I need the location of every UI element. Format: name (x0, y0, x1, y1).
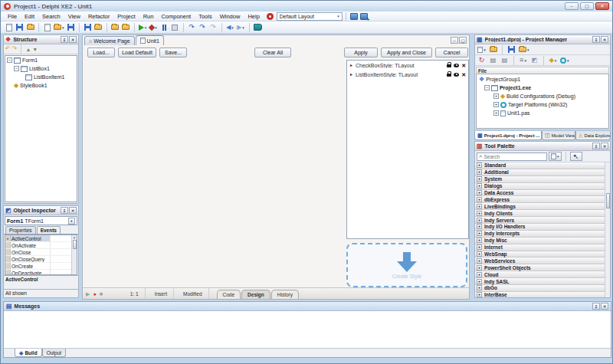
menu-help[interactable]: Help (244, 12, 263, 21)
palette-category[interactable]: +Cloud (475, 271, 610, 278)
new-project-button[interactable]: ▾ (477, 44, 487, 55)
palette-category[interactable]: +Standard (475, 162, 610, 169)
menu-view[interactable]: View (64, 12, 84, 21)
style-item[interactable]: ► ListBoxItemStyle: TLayout ✕ (347, 70, 468, 79)
palette-category[interactable]: +Data Access (475, 190, 610, 197)
palette-category[interactable]: +dbGo (475, 285, 610, 292)
apply-and-close-button[interactable]: Apply and Close (381, 48, 432, 57)
pointer-tool-button[interactable]: ↖ (570, 152, 582, 161)
play-icon[interactable]: ▶ (86, 291, 90, 297)
list-style-button[interactable]: ≡▾ (518, 55, 528, 66)
palette-category[interactable]: +Internet (475, 244, 610, 251)
expand-icon[interactable]: + (493, 102, 499, 107)
tab-data-explorer[interactable]: ◬ Data Explorer (575, 131, 611, 140)
close-icon[interactable]: ✕ (69, 36, 77, 43)
save-button[interactable]: Save... (159, 48, 187, 57)
undo-icon[interactable]: ↶ (5, 46, 11, 52)
paste-button[interactable] (4, 22, 14, 33)
program-reset-button[interactable] (170, 22, 180, 33)
pause-button[interactable] (159, 22, 169, 33)
scroll-up-icon[interactable]: ▲ (73, 235, 76, 239)
palette-category[interactable]: +dbExpress (475, 196, 610, 203)
menu-file[interactable]: File (4, 12, 21, 21)
menu-component[interactable]: Component (157, 12, 195, 21)
navigate-back-button[interactable]: ◀▾ (225, 22, 235, 33)
create-style-dropzone[interactable]: Create Style (346, 243, 467, 287)
menu-run[interactable]: Run (139, 12, 158, 21)
expand-icon[interactable]: + (477, 244, 482, 250)
file-column-header[interactable]: File (476, 67, 609, 74)
collapse-icon[interactable]: − (14, 66, 19, 71)
expand-icon[interactable]: + (477, 162, 482, 168)
palette-category[interactable]: +PowerShell Objects (475, 264, 610, 271)
close-icon[interactable]: ✕ (601, 36, 608, 43)
pin-icon[interactable]: ↧ (592, 143, 600, 149)
palette-category[interactable]: +InterBase (475, 292, 610, 297)
visibility-icon[interactable] (454, 73, 459, 77)
save-layout-as-button[interactable] (359, 11, 369, 21)
menu-refactor[interactable]: Refactor (84, 12, 113, 21)
minimize-button[interactable]: – (565, 2, 579, 10)
property-row[interactable]: OnActivate (5, 242, 77, 249)
sort-by-type-button[interactable]: ▤ (500, 55, 510, 66)
step-over-button[interactable]: ↷ (198, 22, 208, 33)
palette-options-button[interactable]: ▾ (549, 152, 562, 161)
visibility-icon[interactable] (454, 64, 459, 67)
add-to-project-button[interactable] (121, 22, 131, 33)
expand-icon[interactable]: + (477, 211, 482, 216)
load-button[interactable]: Load... (87, 48, 115, 57)
collapse-icon[interactable]: − (484, 85, 490, 90)
palette-search-box[interactable]: ⌕ (477, 152, 547, 161)
add-file-button[interactable] (506, 44, 516, 55)
platform-button[interactable]: ▾ (559, 55, 570, 66)
save-file-button[interactable] (66, 22, 76, 33)
tab-code[interactable]: Code (217, 290, 241, 299)
menu-project[interactable]: Project (113, 12, 139, 21)
expand-icon[interactable]: + (477, 190, 482, 195)
expand-icon[interactable]: + (477, 204, 482, 209)
lock-icon[interactable] (447, 64, 451, 67)
pin-icon[interactable]: ↧ (592, 303, 600, 310)
run-without-debug-button[interactable]: ▾ (149, 22, 159, 33)
run-until-return-button[interactable]: ↷ (208, 22, 218, 33)
run-button[interactable]: ▾ (138, 22, 148, 33)
trace-into-button[interactable]: ↷ (187, 22, 197, 33)
expand-icon[interactable]: + (477, 238, 482, 243)
palette-category[interactable]: +Indy Misc (475, 238, 610, 244)
apply-button[interactable]: Apply (344, 48, 378, 57)
open-project-button[interactable] (488, 44, 498, 55)
remove-style-icon[interactable]: ✕ (461, 72, 466, 77)
expand-icon[interactable]: + (477, 265, 482, 271)
move-up-icon[interactable]: ▲ (25, 47, 31, 52)
tab-build[interactable]: ◈ Build (15, 349, 42, 357)
tab-history[interactable]: History (271, 290, 299, 299)
expand-icon[interactable]: ▢ (459, 37, 467, 44)
expand-icon[interactable]: + (477, 183, 482, 189)
expand-icon[interactable]: + (477, 251, 482, 257)
expand-icon[interactable]: + (477, 285, 482, 290)
collapse-icon[interactable]: – (451, 37, 458, 44)
new-items-button[interactable] (42, 22, 52, 33)
help-button[interactable] (253, 22, 263, 33)
open-project-button[interactable] (110, 22, 120, 33)
menu-window[interactable]: Window (216, 12, 244, 21)
expand-icon[interactable]: + (477, 272, 482, 277)
save-layout-button[interactable] (349, 11, 359, 21)
expand-icon[interactable]: + (493, 110, 499, 116)
pin-icon[interactable]: ↧ (592, 36, 600, 43)
expand-icon[interactable]: + (477, 197, 482, 202)
palette-category[interactable]: +Dialogs (475, 183, 610, 190)
tree-node-target-platforms[interactable]: + Target Platforms (Win32) (477, 100, 608, 109)
expand-icon[interactable]: + (477, 292, 482, 297)
property-row[interactable]: OnCreate (5, 263, 77, 270)
embarcadero-icon[interactable] (267, 13, 274, 20)
save-all-button[interactable] (83, 22, 93, 33)
style-item[interactable]: ► CheckBoxStyle: TLayout ✕ (347, 61, 468, 70)
tree-node-projectgroup[interactable]: ❖ ProjectGroup1 (477, 75, 608, 84)
maximize-button[interactable]: ▢ (580, 2, 594, 10)
expand-icon[interactable]: + (477, 279, 482, 284)
scrollbar[interactable] (605, 162, 610, 297)
collapse-icon[interactable]: − (7, 57, 12, 63)
move-down-icon[interactable]: ▼ (32, 47, 38, 52)
lock-icon[interactable] (447, 74, 451, 77)
